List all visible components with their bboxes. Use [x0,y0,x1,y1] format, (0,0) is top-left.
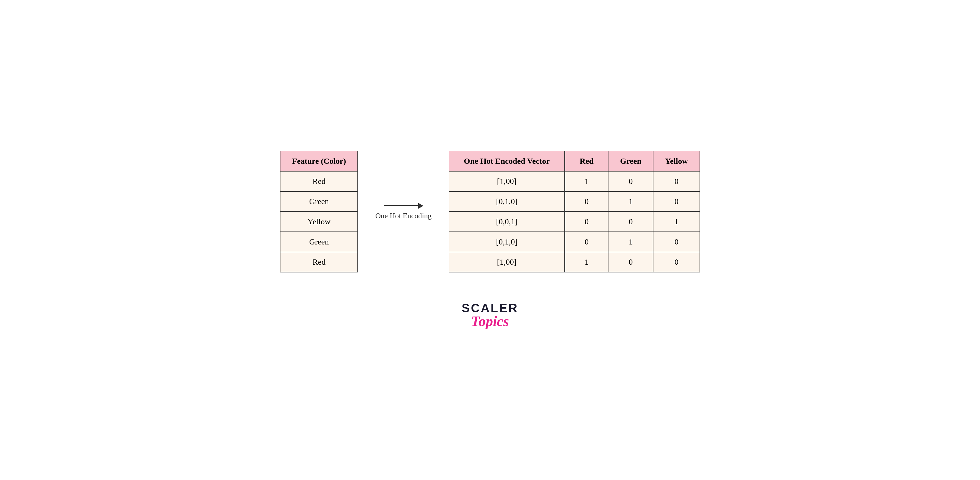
encoded-table-cell: [1,00] [449,252,564,272]
arrow-section: One Hot Encoding [375,203,431,220]
split-table-cell: 0 [565,212,608,232]
split-table-cell: 0 [565,232,608,252]
right-tables-group: One Hot Encoded Vector [1,00][0,1,0][0,0… [449,151,700,273]
split-table-cell: 0 [608,171,653,191]
encoded-table-header: One Hot Encoded Vector [449,151,564,171]
split-table-cell: 0 [653,232,700,252]
split-table-header: Red [565,151,608,171]
split-table: RedGreenYellow 100010001010100 [565,151,700,273]
arrow-shaft [383,205,418,206]
encoded-table-cell: [0,0,1] [449,212,564,232]
feature-table-cell: Red [280,252,358,272]
split-table-header: Yellow [653,151,700,171]
feature-table-header: Feature (Color) [280,151,358,171]
brand-topics-text: Topics [471,313,509,330]
split-table-cell: 0 [653,171,700,191]
split-table-cell: 0 [653,191,700,212]
encoded-table-cell: [0,1,0] [449,191,564,212]
encoded-table: One Hot Encoded Vector [1,00][0,1,0][0,0… [449,151,565,273]
split-table-cell: 0 [608,252,653,272]
feature-table-cell: Green [280,232,358,252]
encoded-table-cell: [0,1,0] [449,232,564,252]
arrow-line [383,203,423,209]
split-table-cell: 1 [565,252,608,272]
arrow-label: One Hot Encoding [375,212,431,220]
encoded-table-cell: [1,00] [449,171,564,191]
split-table-cell: 1 [565,171,608,191]
feature-table-cell: Yellow [280,212,358,232]
split-table-cell: 0 [565,191,608,212]
feature-table-cell: Green [280,191,358,212]
split-table-cell: 0 [608,212,653,232]
arrow-head [418,203,423,209]
branding-section: SCALER Topics [462,301,519,330]
feature-table-cell: Red [280,171,358,191]
split-table-cell: 0 [653,252,700,272]
feature-table: Feature (Color) RedGreenYellowGreenRed [280,151,358,273]
split-table-cell: 1 [608,191,653,212]
split-table-cell: 1 [653,212,700,232]
diagram-container: Feature (Color) RedGreenYellowGreenRed O… [280,151,700,273]
split-table-cell: 1 [608,232,653,252]
split-table-header: Green [608,151,653,171]
